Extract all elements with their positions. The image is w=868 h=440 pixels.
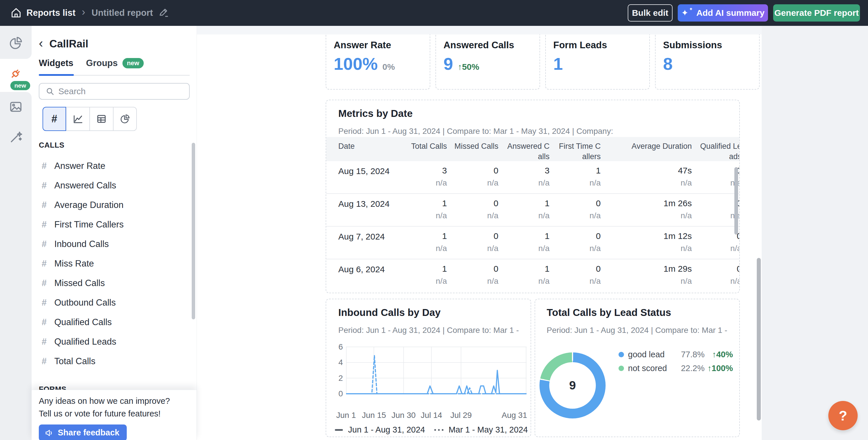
breadcrumb-current-report: Untitled report: [92, 8, 153, 18]
right-gutter: [762, 26, 868, 440]
lead-status-donut: 9: [539, 352, 606, 418]
x-tick: Jun 1: [336, 411, 356, 420]
groups-new-badge: new: [122, 58, 144, 68]
dashed-line-legend-marker: [434, 429, 443, 431]
column-header-average-duration: Average Duration: [601, 137, 692, 161]
y-tick: 4: [331, 358, 343, 367]
table-scrollbar-thumb[interactable]: [734, 167, 738, 235]
widget-item-qualified-calls[interactable]: #Qualified Calls: [32, 312, 192, 332]
feedback-text: Any ideas on how we can improve? Tell us…: [39, 395, 170, 420]
breadcrumb-reports-list[interactable]: Reports list: [26, 8, 75, 18]
feedback-panel: Any ideas on how we can improve? Tell us…: [32, 390, 196, 440]
page-scrollbar-thumb[interactable]: [757, 258, 761, 420]
lead-chart-period: Period: Jun 1 - Aug 31, 2024 | Compare t…: [547, 326, 729, 335]
legend-percent: 22.2%: [681, 364, 705, 373]
stat-card-submissions[interactable]: Submissions 8: [655, 34, 760, 90]
hash-icon: #: [42, 180, 54, 191]
pie-chart-icon: [8, 36, 23, 50]
canvas-top-strip: [197, 26, 762, 34]
lead-chart-title: Total Calls by Lead Status: [547, 307, 671, 318]
back-chevron-icon[interactable]: ‹: [39, 37, 45, 51]
breadcrumb-chevron-icon: ›: [82, 7, 85, 19]
add-ai-summary-button[interactable]: ✦ ✦ Add AI summary: [678, 4, 768, 22]
widget-item-average-duration[interactable]: #Average Duration: [32, 195, 192, 215]
x-tick: Jul 29: [451, 411, 472, 420]
edit-report-name-icon[interactable]: [158, 7, 169, 19]
tab-groups[interactable]: Groups new: [86, 58, 144, 68]
number-icon: #: [52, 113, 57, 125]
search-input[interactable]: [58, 87, 179, 96]
metrics-by-date-card[interactable]: Metrics by Date Period: Jun 1 - Aug 31, …: [326, 100, 740, 293]
left-icon-rail: new: [0, 26, 32, 440]
legend-compare-period: Mar 1 - May 31, 2024: [449, 425, 528, 435]
sidebar-scrollbar-thumb[interactable]: [192, 143, 195, 319]
tab-widgets[interactable]: Widgets: [39, 58, 73, 68]
widget-item-answer-rate[interactable]: #Answer Rate: [32, 156, 192, 176]
x-tick: Jun 30: [392, 411, 415, 420]
rail-item-magic-tools[interactable]: [0, 124, 32, 151]
hash-icon: #: [42, 317, 54, 328]
plug-icon: [8, 66, 23, 81]
metrics-table-title: Metrics by Date: [338, 108, 413, 119]
top-bar: Reports list › Untitled report Bulk edit…: [0, 0, 868, 26]
table-row: Aug 7, 2024 1n/a 0n/a 1n/a 0n/a 1m 12sn/…: [326, 227, 740, 259]
feedback-line-2: Tell us or vote for future features!: [39, 407, 170, 420]
sparkle-icon: ✦: [681, 9, 688, 17]
magic-wand-icon: [8, 130, 23, 145]
stat-card-answer-rate[interactable]: Answer Rate 100%0%: [326, 34, 430, 90]
widget-item-missed-calls[interactable]: #Missed Calls: [32, 273, 192, 293]
inbound-calls-by-day-card[interactable]: Inbound Calls by Day Period: Jun 1 - Aug…: [326, 299, 531, 437]
filter-number-widgets[interactable]: #: [42, 107, 66, 131]
widget-item-miss-rate[interactable]: #Miss Rate: [32, 254, 192, 273]
app-root: Reports list › Untitled report Bulk edit…: [0, 0, 868, 440]
table-icon: [96, 113, 107, 124]
inbound-chart-title: Inbound Calls by Day: [338, 307, 441, 318]
hash-icon: #: [42, 278, 54, 289]
table-row: Aug 13, 2024 1n/a 0n/a 1n/a 0n/a 1m 26sn…: [326, 194, 740, 227]
widget-item-answered-calls[interactable]: #Answered Calls: [32, 176, 192, 195]
hash-icon: #: [42, 239, 54, 249]
stat-card-form-leads[interactable]: Form Leads 1: [545, 34, 650, 90]
not-scored-dot-icon: [619, 366, 624, 371]
home-icon[interactable]: [10, 7, 23, 19]
share-feedback-button[interactable]: Share feedback: [39, 425, 127, 440]
bulk-edit-button[interactable]: Bulk edit: [628, 4, 673, 22]
filter-pie-chart-widgets[interactable]: [113, 107, 137, 131]
widget-item-qualified-leads[interactable]: #Qualified Leads: [32, 332, 192, 351]
legend-change: ↑40%: [705, 350, 733, 359]
widget-item-inbound-calls[interactable]: #Inbound Calls: [32, 234, 192, 254]
solid-line-legend-marker: [335, 429, 343, 431]
metrics-table-period: Period: Jun 1 - Aug 31, 2024 | Compare t…: [338, 127, 729, 136]
legend-row-good-lead: good lead 77.8% ↑40%: [619, 347, 733, 361]
image-icon: [8, 99, 23, 114]
inbound-chart-legend: Jun 1 - Aug 31, 2024 Mar 1 - May 31, 202…: [335, 425, 528, 435]
sidebar-title: CallRail: [50, 38, 89, 50]
filter-table-widgets[interactable]: [90, 107, 113, 131]
total-calls-by-lead-status-card[interactable]: Total Calls by Lead Status Period: Jun 1…: [535, 299, 740, 437]
legend-label: good lead: [628, 350, 681, 359]
donut-center-total: 9: [549, 362, 596, 409]
widget-item-outbound-calls[interactable]: #Outbound Calls: [32, 293, 192, 312]
legend-percent: 77.8%: [681, 350, 705, 359]
stat-card-change: ↑50%: [458, 62, 479, 72]
inbound-chart-period: Period: Jun 1 - Aug 31, 2024 | Compare t…: [338, 326, 520, 335]
y-tick: 6: [331, 342, 343, 351]
good-lead-dot-icon: [619, 352, 624, 357]
stat-card-answered-calls[interactable]: Answered Calls 9↑50%: [435, 34, 540, 90]
rail-item-media[interactable]: [0, 93, 32, 121]
table-body: Aug 15, 2024 3n/a 0n/a 3n/a 1n/a 47sn/a …: [326, 161, 740, 292]
x-tick: Aug 31: [501, 411, 527, 420]
hash-icon: #: [42, 219, 54, 230]
widget-item-total-calls[interactable]: #Total Calls: [32, 351, 192, 371]
widget-list: #Answer Rate #Answered Calls #Average Du…: [32, 156, 192, 371]
filter-line-chart-widgets[interactable]: [66, 107, 90, 131]
hash-icon: #: [42, 337, 54, 347]
stat-card-title: Answered Calls: [443, 40, 514, 50]
x-tick: Jul 14: [421, 411, 442, 420]
help-button[interactable]: ?: [828, 401, 858, 430]
generate-pdf-button[interactable]: Generate PDF report: [773, 4, 860, 22]
rail-item-charts[interactable]: [0, 29, 32, 57]
hash-icon: #: [42, 298, 54, 308]
report-canvas: Answer Rate 100%0% Answered Calls 9↑50% …: [197, 26, 762, 440]
widget-item-first-time-callers[interactable]: #First Time Callers: [32, 215, 192, 234]
